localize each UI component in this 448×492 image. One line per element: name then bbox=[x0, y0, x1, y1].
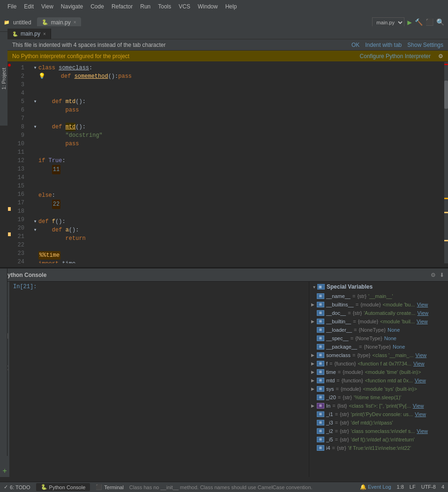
fold-1[interactable] bbox=[32, 64, 38, 72]
fold-20[interactable] bbox=[32, 226, 38, 234]
code-line-9: "docstring" bbox=[32, 131, 446, 140]
status-message: Class has no __init__ method. Class name… bbox=[124, 485, 360, 490]
code-line-11 bbox=[32, 148, 446, 157]
expand-time[interactable]: ▶ bbox=[311, 368, 317, 376]
var-icon-1: ⊞ bbox=[317, 293, 324, 299]
editor-scrollbar[interactable] bbox=[444, 62, 448, 263]
ok-button[interactable]: OK bbox=[351, 42, 359, 48]
view-in[interactable]: View bbox=[413, 402, 424, 410]
show-settings-button[interactable]: Show Settings bbox=[407, 42, 443, 48]
var-row-builtins[interactable]: ▶ ⊞ __builtins__ = {module} <module 'bu.… bbox=[309, 300, 448, 309]
code-line-13: 11 bbox=[32, 165, 446, 174]
line-ending[interactable]: LF bbox=[410, 484, 416, 490]
fold-5[interactable] bbox=[32, 97, 38, 106]
view-f[interactable]: View bbox=[413, 360, 425, 367]
indent-with-tab-button[interactable]: Indent with tab bbox=[365, 42, 402, 48]
var-row-builtin[interactable]: ▶ ⊞ __builtin__ = {module} <module 'buil… bbox=[309, 317, 448, 326]
python-console-tab[interactable]: 🐍 Python Console bbox=[36, 483, 90, 491]
file-tab-close[interactable]: × bbox=[74, 20, 76, 25]
expand-in[interactable]: ▶ bbox=[311, 402, 317, 410]
var-row-loader[interactable]: ⊞ __loader__ = {NoneType} None bbox=[309, 326, 448, 334]
menu-view[interactable]: View bbox=[37, 1, 57, 12]
view-builtins[interactable]: View bbox=[417, 301, 428, 308]
var-row-i1[interactable]: ⊞ _i1 = {str} 'print(\'PyDev console: us… bbox=[309, 410, 448, 418]
menu-navigate[interactable]: Navigate bbox=[57, 1, 87, 12]
var-row-i2[interactable]: ⊞ _i2 = {str} 'class someclass:\n\ndef s… bbox=[309, 427, 448, 435]
console-header: Python Console ⚙ ⬇ bbox=[0, 268, 448, 282]
project-sidebar-tab[interactable]: 1: Project bbox=[0, 32, 7, 126]
view-i1[interactable]: View bbox=[415, 410, 426, 418]
console-settings-icon[interactable]: ⚙ bbox=[431, 272, 436, 278]
expand-sys[interactable]: ▶ bbox=[311, 385, 317, 393]
menu-code[interactable]: Code bbox=[87, 1, 108, 12]
var-row-doc[interactable]: ⊞ __doc__ = {str} 'Automatically create.… bbox=[309, 309, 448, 317]
console-add-icon[interactable]: + bbox=[1, 468, 8, 475]
event-log-button[interactable]: 🔔 Event Log bbox=[360, 484, 391, 490]
scroll-thumb[interactable] bbox=[444, 81, 448, 109]
var-row-i20[interactable]: ⊞ _i20 = {str} '%time time.sleep(1)' bbox=[309, 393, 448, 402]
var-row-in[interactable]: ▶ ⊞ In = {list} <class 'list'>: ['', 'pr… bbox=[309, 402, 448, 410]
todo-icon: ✓ bbox=[4, 484, 8, 490]
var-icon-19: ⊞ bbox=[317, 445, 324, 451]
indent-size[interactable]: 4 bbox=[441, 484, 444, 490]
code-line-21: return bbox=[32, 234, 446, 243]
terminal-tab[interactable]: ⬛ Terminal bbox=[96, 483, 124, 491]
var-row-i4[interactable]: ⊞ i4 = {str} 'if True:\n\t11\n\nelse:\n\… bbox=[309, 444, 448, 452]
code-content[interactable]: class someclass: 💡 def somemethod():pass… bbox=[28, 62, 448, 263]
var-row-f[interactable]: ▶ ⊞ f = {function} <function f at 0x7f73… bbox=[309, 359, 448, 368]
view-mtd[interactable]: View bbox=[415, 377, 426, 384]
menu-vcs[interactable]: VCS bbox=[175, 1, 194, 12]
project-tab[interactable]: untitled bbox=[13, 19, 31, 26]
cursor-position: 1:8 bbox=[397, 484, 404, 490]
expand-f[interactable]: ▶ bbox=[311, 360, 317, 367]
configure-interpreter-button[interactable]: Configure Python Interpreter bbox=[360, 53, 431, 60]
fold-8[interactable] bbox=[32, 123, 38, 131]
expand-builtin[interactable]: ▶ bbox=[311, 318, 317, 325]
console-input[interactable]: In[21]: bbox=[9, 282, 309, 477]
line-numbers: 1234 5678 9101112 13141516 17181920 2122… bbox=[11, 62, 28, 263]
view-i2[interactable]: View bbox=[417, 427, 428, 435]
todo-tab[interactable]: ✓ 6: TODO bbox=[4, 483, 30, 491]
encoding[interactable]: UTF-8 bbox=[421, 484, 436, 490]
var-icon-2: ⊞ bbox=[317, 302, 324, 307]
var-row-spec[interactable]: ⊞ __spec__ = {NoneType} None bbox=[309, 334, 448, 343]
menu-tools[interactable]: Tools bbox=[154, 1, 175, 12]
var-row-name[interactable]: ⊞ __name__ = {str} '__main__' bbox=[309, 292, 448, 300]
menu-help[interactable]: Help bbox=[222, 1, 241, 12]
run-button[interactable]: ▶ bbox=[407, 18, 412, 27]
var-row-mtd[interactable]: ▶ ⊞ mtd = {function} <function mtd at 0x… bbox=[309, 376, 448, 385]
search-button[interactable]: 🔍 bbox=[436, 18, 444, 26]
special-vars-title: Special Variables bbox=[327, 283, 373, 290]
python-icon: 🐍 bbox=[41, 484, 47, 490]
fold-19[interactable] bbox=[32, 217, 38, 226]
view-doc[interactable]: View bbox=[418, 309, 429, 317]
view-someclass[interactable]: View bbox=[416, 351, 427, 359]
menu-refactor[interactable]: Refactor bbox=[108, 1, 136, 12]
var-row-someclass[interactable]: ▶ ⊞ someclass = {type} <class '__main_..… bbox=[309, 351, 448, 359]
view-builtin[interactable]: View bbox=[417, 318, 428, 325]
file-tab-x[interactable]: × bbox=[43, 31, 46, 37]
build-button[interactable]: 🔨 bbox=[415, 18, 423, 26]
vars-collapse-icon[interactable]: ▾ bbox=[313, 284, 315, 290]
menu-file[interactable]: File bbox=[4, 1, 20, 12]
open-file-tab[interactable]: 🐍 main.py × bbox=[7, 29, 51, 39]
var-icon-15: ⊞ bbox=[317, 411, 324, 417]
interpreter-gear-icon[interactable]: ⚙ bbox=[438, 53, 443, 60]
menu-run[interactable]: Run bbox=[136, 1, 154, 12]
menu-edit[interactable]: Edit bbox=[20, 1, 37, 12]
var-row-i3[interactable]: ⊞ _i3 = {str} 'def mtd():\n\tpass' bbox=[309, 418, 448, 427]
expand-mtd[interactable]: ▶ bbox=[311, 377, 317, 384]
expand-someclass[interactable]: ▶ bbox=[311, 351, 317, 359]
interpreter-notification: No Python interpreter configured for the… bbox=[7, 51, 448, 62]
menu-window[interactable]: Window bbox=[194, 1, 222, 12]
expand-builtins[interactable]: ▶ bbox=[311, 301, 317, 308]
var-row-sys[interactable]: ▶ ⊞ sys = {module} <module 'sys' (built-… bbox=[309, 385, 448, 393]
stop-button[interactable]: ⬛ bbox=[426, 18, 433, 26]
var-icon-3: ⊞ bbox=[317, 310, 324, 316]
svg-text:⊞: ⊞ bbox=[319, 285, 322, 289]
var-row-package[interactable]: ⊞ __package__ = {NoneType} None bbox=[309, 343, 448, 351]
var-row-time[interactable]: ▶ ⊞ time = {module} <module 'time' (buil… bbox=[309, 368, 448, 376]
var-row-i5[interactable]: ⊞ _i5 = {str} 'def f():\n\tdef a():\n\t\… bbox=[309, 435, 448, 444]
console-panel: Python Console ⚙ ⬇ ▶ ⬛ ✕ ▶▶ ? bbox=[0, 268, 448, 477]
console-download-icon[interactable]: ⬇ bbox=[440, 272, 444, 278]
